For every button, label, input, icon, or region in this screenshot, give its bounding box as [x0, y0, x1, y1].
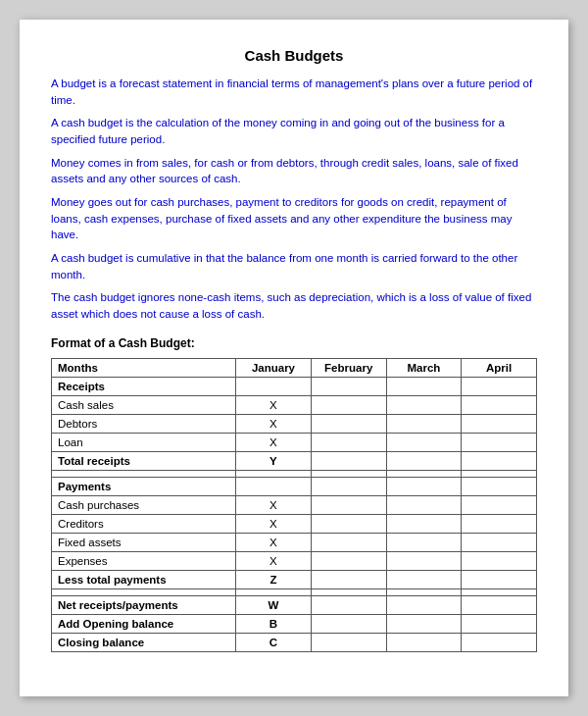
receipts-mar — [386, 377, 462, 395]
payments-mar — [386, 477, 462, 495]
payments-label: Payments — [52, 477, 236, 495]
intro-para-4: Money goes out for cash purchases, payme… — [51, 194, 537, 243]
receipts-label-row: Receipts — [52, 377, 537, 395]
net-receipts-apr — [462, 595, 537, 614]
expenses-mar — [386, 551, 462, 570]
debtors-row: Debtors X — [52, 414, 537, 433]
payments-label-row: Payments — [52, 477, 537, 495]
separator-row-1 — [52, 470, 537, 477]
closing-balance-row: Closing balance C — [52, 633, 537, 651]
cash-purchases-jan: X — [236, 495, 312, 514]
total-receipts-jan: Y — [236, 451, 312, 470]
payments-apr — [462, 477, 537, 495]
closing-balance-feb — [311, 633, 386, 651]
loan-jan: X — [236, 433, 312, 451]
table-header-row: Months January February March April — [52, 358, 537, 377]
closing-balance-label: Closing balance — [52, 633, 236, 651]
payments-feb — [311, 477, 386, 495]
cash-sales-mar — [386, 395, 462, 414]
expenses-label: Expenses — [52, 551, 236, 570]
fixed-assets-label: Fixed assets — [52, 533, 236, 551]
less-total-payments-mar — [386, 570, 462, 588]
format-heading: Format of a Cash Budget: — [51, 336, 537, 350]
opening-balance-mar — [386, 614, 462, 633]
less-total-payments-jan: Z — [236, 570, 312, 588]
opening-balance-jan: B — [236, 614, 312, 633]
header-months: Months — [52, 358, 236, 377]
net-receipts-jan: W — [236, 595, 312, 614]
expenses-jan: X — [236, 551, 312, 570]
page-title: Cash Budgets — [51, 47, 537, 64]
separator-row-2 — [52, 588, 537, 595]
net-receipts-mar — [386, 595, 462, 614]
creditors-mar — [386, 514, 462, 533]
loan-mar — [386, 433, 462, 451]
cash-purchases-row: Cash purchases X — [52, 495, 537, 514]
debtors-feb — [311, 414, 386, 433]
fixed-assets-feb — [311, 533, 386, 551]
debtors-jan: X — [236, 414, 312, 433]
loan-apr — [462, 433, 537, 451]
intro-para-1: A budget is a forecast statement in fina… — [51, 76, 537, 108]
cash-sales-feb — [311, 395, 386, 414]
creditors-jan: X — [236, 514, 312, 533]
intro-para-2: A cash budget is the calculation of the … — [51, 115, 537, 147]
header-april: April — [462, 358, 537, 377]
creditors-row: Creditors X — [52, 514, 537, 533]
debtors-apr — [462, 414, 537, 433]
debtors-label: Debtors — [52, 414, 236, 433]
debtors-mar — [386, 414, 462, 433]
fixed-assets-mar — [386, 533, 462, 551]
opening-balance-apr — [462, 614, 537, 633]
total-receipts-feb — [311, 451, 386, 470]
intro-para-5: A cash budget is cumulative in that the … — [51, 250, 537, 282]
net-receipts-label: Net receipts/payments — [52, 595, 236, 614]
less-total-payments-row: Less total payments Z — [52, 570, 537, 588]
less-total-payments-apr — [462, 570, 537, 588]
opening-balance-feb — [311, 614, 386, 633]
fixed-assets-jan: X — [236, 533, 312, 551]
expenses-feb — [311, 551, 386, 570]
cash-purchases-apr — [462, 495, 537, 514]
payments-jan — [236, 477, 312, 495]
fixed-assets-apr — [462, 533, 537, 551]
receipts-label: Receipts — [52, 377, 236, 395]
loan-feb — [311, 433, 386, 451]
total-receipts-mar — [386, 451, 462, 470]
loan-row: Loan X — [52, 433, 537, 451]
header-february: February — [311, 358, 386, 377]
net-receipts-feb — [311, 595, 386, 614]
cash-sales-jan: X — [236, 395, 312, 414]
cash-sales-label: Cash sales — [52, 395, 236, 414]
intro-para-3: Money comes in from sales, for cash or f… — [51, 155, 537, 187]
net-receipts-row: Net receipts/payments W — [52, 595, 537, 614]
cash-sales-apr — [462, 395, 537, 414]
intro-para-6: The cash budget ignores none-cash items,… — [51, 289, 537, 322]
opening-balance-row: Add Opening balance B — [52, 614, 537, 633]
cash-budget-table: Months January February March April Rece… — [51, 358, 537, 652]
cash-purchases-feb — [311, 495, 386, 514]
closing-balance-jan: C — [236, 633, 312, 651]
receipts-apr — [462, 377, 537, 395]
total-receipts-apr — [462, 451, 537, 470]
less-total-payments-label: Less total payments — [52, 570, 236, 588]
closing-balance-mar — [386, 633, 462, 651]
closing-balance-apr — [462, 633, 537, 651]
total-receipts-row: Total receipts Y — [52, 451, 537, 470]
cash-purchases-label: Cash purchases — [52, 495, 236, 514]
opening-balance-label: Add Opening balance — [52, 614, 236, 633]
cash-sales-row: Cash sales X — [52, 395, 537, 414]
expenses-apr — [462, 551, 537, 570]
creditors-label: Creditors — [52, 514, 236, 533]
header-march: March — [386, 358, 462, 377]
header-january: January — [236, 358, 312, 377]
page: Cash Budgets A budget is a forecast stat… — [20, 20, 568, 696]
creditors-feb — [311, 514, 386, 533]
cash-purchases-mar — [386, 495, 462, 514]
loan-label: Loan — [52, 433, 236, 451]
fixed-assets-row: Fixed assets X — [52, 533, 537, 551]
receipts-feb — [311, 377, 386, 395]
expenses-row: Expenses X — [52, 551, 537, 570]
total-receipts-label: Total receipts — [52, 451, 236, 470]
creditors-apr — [462, 514, 537, 533]
